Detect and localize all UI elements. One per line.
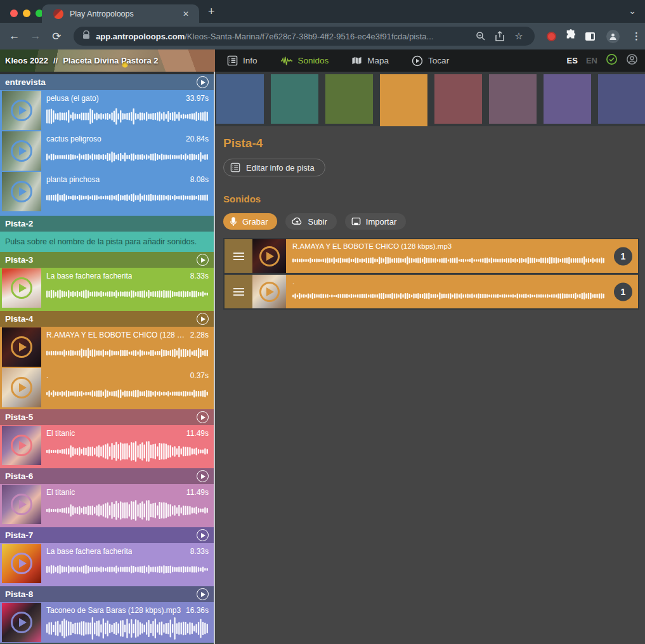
back-button[interactable]: ←	[4, 30, 25, 43]
sound-thumbnail[interactable]	[2, 91, 41, 130]
track-name[interactable]: Pista-3	[5, 255, 33, 265]
play-overlay-icon[interactable]	[11, 435, 32, 456]
sound-thumbnail[interactable]	[2, 172, 41, 211]
track-name[interactable]: Pista-5	[5, 412, 33, 422]
sound-waveform[interactable]	[46, 105, 209, 128]
drag-handle[interactable]	[225, 275, 252, 308]
sound-item-row[interactable]: R.AMAYA Y EL BOBOTE CHICO (128 kbps).mp3…	[225, 239, 638, 273]
reload-button[interactable]: ⟳	[46, 30, 67, 43]
play-overlay-icon[interactable]	[259, 282, 280, 302]
record-indicator-icon[interactable]	[547, 32, 556, 41]
sound-name[interactable]: planta pinchosa	[46, 175, 100, 184]
play-overlay-icon[interactable]	[11, 553, 32, 574]
track-swatch-1[interactable]	[216, 74, 264, 124]
track-name[interactable]: Pista-2	[5, 219, 33, 228]
track-header[interactable]: Pista-3	[0, 252, 214, 268]
track-name[interactable]: Pista-7	[5, 530, 33, 540]
sound-name[interactable]: .	[46, 371, 48, 380]
sound-waveform[interactable]	[46, 145, 209, 169]
sound-thumbnail[interactable]	[2, 131, 41, 171]
track-swatch-2[interactable]	[271, 74, 318, 124]
sound-thumbnail[interactable]	[252, 239, 286, 273]
sound-name[interactable]: El titanic	[46, 488, 75, 497]
track-name[interactable]: Pista-8	[5, 589, 33, 599]
sound-waveform[interactable]	[46, 499, 209, 522]
sound-thumbnail[interactable]	[2, 368, 41, 407]
sound-item-row[interactable]: . 1	[225, 275, 638, 308]
track-header[interactable]: Pista-2	[0, 216, 214, 232]
track-swatch-4-selected[interactable]	[380, 74, 427, 126]
sound-thumbnail[interactable]	[2, 485, 41, 524]
track-play-icon[interactable]	[197, 470, 209, 482]
sound-name[interactable]: La base fachera facherita	[46, 272, 132, 280]
breadcrumb[interactable]: Kleos 2022 // Placeta Divina Pastora 2	[5, 49, 158, 72]
track-swatch-3[interactable]	[325, 74, 373, 124]
share-icon[interactable]	[490, 31, 509, 41]
track-play-icon[interactable]	[197, 588, 209, 600]
sound-row[interactable]: planta pinchosa8.08s	[0, 171, 214, 212]
sound-row[interactable]: R.AMAYA Y EL BOBOTE CHICO (128 kbps)....…	[0, 327, 214, 367]
tab-search-chevron-icon[interactable]: ⌄	[629, 6, 636, 16]
record-button[interactable]: Grabar	[223, 213, 277, 230]
new-tab-button[interactable]: +	[208, 5, 215, 18]
track-header[interactable]: Pista-5	[0, 409, 214, 425]
forward-button[interactable]: →	[25, 30, 46, 43]
browser-menu-icon[interactable]: ⋮	[632, 30, 641, 42]
sound-row[interactable]: El titanic11.49s	[0, 425, 214, 466]
play-overlay-icon[interactable]	[259, 246, 280, 266]
play-overlay-icon[interactable]	[11, 377, 32, 398]
track-play-icon[interactable]	[197, 313, 209, 325]
track-header[interactable]: Pista-6	[0, 468, 214, 484]
sound-waveform[interactable]	[46, 282, 209, 306]
track-play-icon[interactable]	[197, 411, 209, 423]
browser-tab[interactable]: Play Antropoloops ✕	[42, 4, 199, 23]
sound-thumbnail[interactable]	[2, 426, 41, 465]
play-overlay-icon[interactable]	[11, 277, 32, 299]
track-header[interactable]: Pista-7	[0, 527, 214, 543]
breadcrumb-page[interactable]: Placeta Divina Pastora 2	[63, 56, 158, 65]
sound-waveform[interactable]	[46, 341, 209, 365]
zoom-icon[interactable]	[471, 31, 490, 41]
sound-name[interactable]: El titanic	[46, 429, 75, 438]
sound-name[interactable]: Taconeo de Sara Baras (128 kbps).mp3	[46, 606, 181, 615]
sound-thumbnail[interactable]	[2, 327, 41, 367]
track-swatch-7[interactable]	[544, 74, 591, 124]
sound-waveform[interactable]	[292, 287, 605, 305]
nav-item-tocar[interactable]: Tocar	[412, 55, 449, 67]
language-es[interactable]: ES	[567, 56, 578, 65]
track-name[interactable]: entrevista	[5, 77, 46, 87]
play-overlay-icon[interactable]	[11, 100, 32, 121]
sound-row[interactable]: El titanic11.49s	[0, 484, 214, 525]
sound-thumbnail[interactable]	[2, 268, 41, 308]
account-icon[interactable]	[626, 53, 638, 68]
sound-waveform[interactable]	[46, 382, 209, 405]
track-name[interactable]: Pista-6	[5, 471, 33, 481]
sound-waveform[interactable]	[46, 558, 209, 581]
sound-row[interactable]: La base fachera facherita8.33s	[0, 268, 214, 308]
edit-track-info-button[interactable]: Editar info de pista	[223, 159, 325, 176]
sound-row[interactable]: Taconeo de Sara Baras (128 kbps).mp316.3…	[0, 602, 214, 643]
close-tab-icon[interactable]: ✕	[180, 8, 192, 20]
nav-item-info[interactable]: Info	[227, 55, 257, 66]
side-panel-icon[interactable]	[585, 32, 595, 41]
play-overlay-icon[interactable]	[11, 140, 32, 162]
play-overlay-icon[interactable]	[11, 612, 32, 633]
track-play-icon[interactable]	[197, 76, 209, 88]
sound-waveform[interactable]	[46, 440, 209, 463]
nav-item-sonidos[interactable]: Sonidos	[280, 56, 329, 66]
sound-row[interactable]: pelusa (el gato)33.97s	[0, 90, 214, 131]
language-en[interactable]: EN	[586, 56, 597, 65]
minimize-window-button[interactable]	[23, 10, 30, 17]
sound-waveform[interactable]	[46, 186, 209, 209]
sound-thumbnail[interactable]	[2, 603, 41, 642]
play-overlay-icon[interactable]	[11, 494, 32, 515]
sync-check-icon[interactable]	[606, 53, 618, 68]
track-header[interactable]: Pista-8	[0, 586, 214, 602]
close-window-button[interactable]	[10, 10, 18, 17]
track-name[interactable]: Pista-4	[5, 314, 33, 324]
sound-name[interactable]: La base fachera facherita	[46, 547, 132, 556]
sound-name[interactable]: R.AMAYA Y EL BOBOTE CHICO (128 kbps)....	[46, 331, 186, 339]
play-overlay-icon[interactable]	[11, 336, 32, 358]
bookmark-star-icon[interactable]: ☆	[509, 30, 528, 42]
track-header[interactable]: entrevista	[0, 74, 214, 90]
